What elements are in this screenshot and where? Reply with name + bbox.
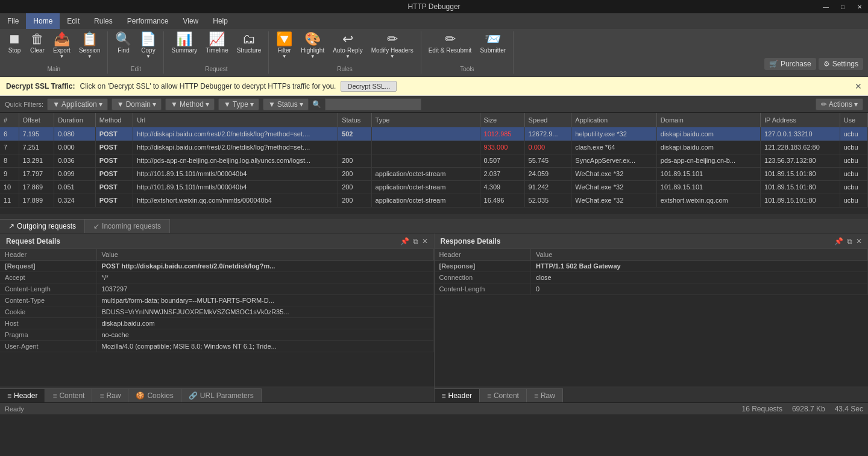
req-tab-raw[interactable]: ≡ Raw: [92, 388, 128, 402]
tab-outgoing-requests[interactable]: ↗ Outgoing requests: [0, 219, 85, 233]
menu-file[interactable]: File: [0, 13, 26, 29]
purchase-button[interactable]: 🛒 Purchase: [764, 58, 816, 70]
summary-button[interactable]: 📊 Summary: [168, 31, 201, 55]
top-right-area: 🛒 Purchase ⚙ Settings: [764, 58, 868, 70]
table-row[interactable]: 813.2910.036POSThttp://pds-app-cn-beijin…: [0, 154, 868, 167]
req-detail-row[interactable]: Accept*/*: [0, 272, 433, 283]
table-row[interactable]: 1117.8990.324POSThttp://extshort.weixin.…: [0, 194, 868, 207]
find-button[interactable]: 🔍 Find: [112, 31, 135, 55]
resp-restore-icon[interactable]: ⧉: [847, 237, 852, 245]
copy-button[interactable]: 📄 Copy ▼: [136, 31, 160, 60]
toolbar-group-tools: ✏ Edit & Resubmit 📨 Submitter Tools: [421, 31, 514, 74]
col-duration: Duration: [54, 113, 96, 127]
request-table-area[interactable]: # Offset Duration Method Url Status Type…: [0, 113, 868, 214]
close-button[interactable]: ✕: [851, 0, 868, 13]
request-details-table: Header Value [Request]POST http://diskap…: [0, 249, 434, 387]
req-detail-row[interactable]: CookieBDUSS=VrYnlNNWJNSFJUOXREMkVSZGM3OC…: [0, 306, 433, 318]
req-detail-row[interactable]: [Request]POST http://diskapi.baidu.com/r…: [0, 261, 433, 272]
menu-bar: File Home Edit Rules Performance View He…: [0, 13, 868, 29]
cookies-icon: 🍪: [136, 391, 145, 400]
highlight-button[interactable]: 🎨 Highlight ▼: [297, 31, 328, 60]
resp-pin-icon[interactable]: 📌: [834, 237, 843, 245]
method-filter-button[interactable]: ▼ Method ▾: [165, 98, 215, 110]
request-details-pane: Request Details 📌 ⧉ ✕ Header Value [Requ…: [0, 233, 435, 402]
tab-incoming-requests[interactable]: ↙ Incoming requests: [85, 219, 170, 233]
export-button[interactable]: 📤 Export ▼: [49, 31, 74, 60]
bottom-panes: Request Details 📌 ⧉ ✕ Header Value [Requ…: [0, 233, 868, 402]
resp-tab-header[interactable]: ≡ Header: [435, 388, 480, 402]
status-bar: Ready 16 Requests 6928.7 Kb 43.4 Sec: [0, 402, 868, 414]
req-detail-row[interactable]: Hostdiskapi.baidu.com: [0, 318, 433, 329]
auto-reply-button[interactable]: ↩ Auto-Reply ▼: [329, 31, 366, 60]
req-tab-cookies[interactable]: 🍪 Cookies: [128, 388, 181, 402]
req-detail-row[interactable]: User-AgentMozilla/4.0 (compatible; MSIE …: [0, 341, 433, 352]
req-detail-row[interactable]: Content-Typemultipart/form-data; boundar…: [0, 295, 433, 306]
status-duration: 43.4 Sec: [835, 405, 863, 413]
minimize-button[interactable]: —: [817, 0, 834, 13]
req-tab-header[interactable]: ≡ Header: [0, 388, 45, 402]
timeline-icon: 📈: [209, 33, 225, 46]
col-ip: IP Address: [761, 113, 840, 127]
find-icon: 🔍: [115, 33, 131, 46]
ssl-banner-close[interactable]: ✕: [855, 81, 862, 91]
col-domain: Domain: [656, 113, 760, 127]
type-filter-button[interactable]: ▼ Type ▾: [218, 98, 259, 110]
clear-icon: 🗑: [31, 33, 44, 46]
edit-resubmit-button[interactable]: ✏ Edit & Resubmit: [425, 31, 476, 55]
clear-button[interactable]: 🗑 Clear: [27, 31, 48, 55]
submitter-button[interactable]: 📨 Submitter: [476, 31, 509, 55]
settings-button[interactable]: ⚙ Settings: [819, 58, 863, 70]
req-detail-row[interactable]: Pragmano-cache: [0, 329, 433, 341]
req-detail-row[interactable]: Content-Length1037297: [0, 283, 433, 295]
session-icon: 📋: [81, 33, 98, 46]
filter-button[interactable]: 🔽 Filter ▼: [272, 31, 296, 60]
stop-button[interactable]: ⏹ Stop: [4, 31, 25, 55]
menu-performance[interactable]: Performance: [120, 13, 176, 29]
table-row[interactable]: 917.7970.099POSThttp://101.89.15.101/mmt…: [0, 167, 868, 180]
table-row[interactable]: 1017.8690.051POSThttp://101.89.15.101/mm…: [0, 180, 868, 194]
restore-icon[interactable]: ⧉: [413, 237, 418, 245]
col-use: Use: [840, 113, 867, 127]
resp-tab-raw[interactable]: ≡ Raw: [527, 388, 563, 402]
status-filter-button[interactable]: ▼ Status ▾: [263, 98, 309, 110]
timeline-button[interactable]: 📈 Timeline: [202, 31, 231, 55]
req-tab-content[interactable]: ≡ Content: [45, 388, 92, 402]
decrypt-ssl-button[interactable]: Decrypt SSL...: [341, 81, 397, 92]
pin-icon[interactable]: 📌: [400, 237, 409, 245]
close-icon[interactable]: ✕: [422, 237, 428, 245]
resp-close-icon[interactable]: ✕: [856, 237, 862, 245]
search-icon: 🔍: [312, 100, 321, 109]
menu-home[interactable]: Home: [26, 13, 60, 29]
resp-detail-row[interactable]: Content-Length0: [435, 283, 868, 295]
resp-detail-row[interactable]: Connectionclose: [435, 272, 868, 283]
resp-header-icon: ≡: [442, 391, 446, 400]
request-details-header: Request Details 📌 ⧉ ✕: [0, 233, 434, 249]
col-speed: Speed: [524, 113, 571, 127]
export-icon: 📤: [54, 33, 70, 46]
highlight-icon: 🎨: [304, 33, 321, 46]
maximize-button[interactable]: □: [834, 0, 851, 13]
req-tab-url-params[interactable]: 🔗 URL Parameters: [181, 388, 262, 402]
response-details-header: Response Details 📌 ⧉ ✕: [435, 233, 869, 249]
structure-button[interactable]: 🗂 Structure: [233, 31, 265, 55]
resp-tab-content[interactable]: ≡ Content: [480, 388, 527, 402]
req-details-body: [Request]POST http://diskapi.baidu.com/r…: [0, 261, 433, 352]
session-button[interactable]: 📋 Session ▼: [75, 31, 104, 60]
menu-edit[interactable]: Edit: [60, 13, 87, 29]
table-row[interactable]: 67.1950.080POSThttp://diskapi.baidu.com/…: [0, 127, 868, 141]
resp-detail-row[interactable]: [Response]HTTP/1.1 502 Bad Gateway: [435, 261, 868, 272]
search-input[interactable]: [325, 98, 421, 110]
request-details-controls: 📌 ⧉ ✕: [400, 237, 428, 245]
menu-view[interactable]: View: [175, 13, 206, 29]
menu-help[interactable]: Help: [206, 13, 235, 29]
purchase-icon: 🛒: [769, 60, 778, 68]
application-filter-button[interactable]: ▼ Application ▾: [47, 98, 108, 110]
domain-filter-button[interactable]: ▼ Domain ▾: [112, 98, 162, 110]
menu-rules[interactable]: Rules: [87, 13, 120, 29]
edit-group-label: Edit: [131, 66, 141, 74]
actions-button[interactable]: ✏ Actions ▾: [816, 98, 863, 110]
edit-resubmit-icon: ✏: [445, 33, 456, 46]
modify-headers-button[interactable]: ✏ Modify Headers ▼: [368, 31, 417, 60]
horizontal-scrollbar[interactable]: [0, 214, 868, 219]
table-row[interactable]: 77.2510.000POSThttp://diskapi.baidu.com/…: [0, 141, 868, 154]
